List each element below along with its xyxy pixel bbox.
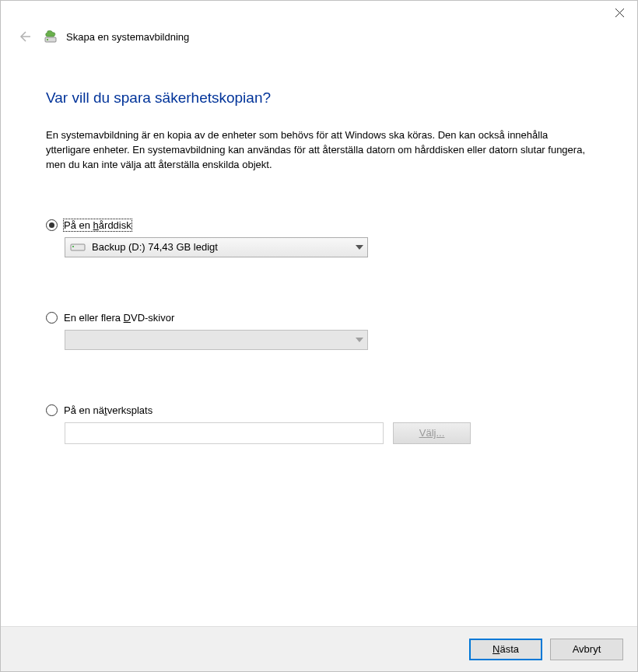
titlebar xyxy=(1,1,637,27)
page-heading: Var vill du spara säkerhetskopian? xyxy=(46,89,592,107)
radio-dvd-row[interactable]: En eller flera DVD-skivor xyxy=(46,312,592,324)
app-title: Skapa en systemavbildning xyxy=(66,31,189,43)
harddisk-dropdown[interactable]: Backup (D:) 74,43 GB ledigt xyxy=(65,237,368,257)
close-button[interactable] xyxy=(601,1,637,24)
radio-network-row[interactable]: På en nätverksplats xyxy=(46,404,592,416)
close-icon xyxy=(615,9,624,17)
option-network: På en nätverksplats Välj... xyxy=(46,404,592,444)
radio-dvd[interactable] xyxy=(46,312,58,324)
system-image-icon xyxy=(44,30,58,44)
radio-harddisk[interactable] xyxy=(46,219,58,231)
next-button[interactable]: Nästa xyxy=(469,639,542,660)
harddisk-icon xyxy=(70,242,86,253)
chevron-down-icon xyxy=(352,245,367,250)
wizard-window: Skapa en systemavbildning Var vill du sp… xyxy=(0,0,638,672)
page-description: En systemavbildning är en kopia av de en… xyxy=(46,128,591,173)
svg-rect-6 xyxy=(72,246,74,247)
content-area: Var vill du spara säkerhetskopian? En sy… xyxy=(1,52,637,626)
svg-rect-4 xyxy=(47,39,48,40)
option-harddisk: På en hårddisk Backup (D:) 74,43 GB ledi… xyxy=(46,219,592,257)
footer: Nästa Avbryt xyxy=(1,626,637,671)
option-dvd: En eller flera DVD-skivor xyxy=(46,312,592,350)
radio-harddisk-label: På en hårddisk xyxy=(64,219,131,231)
back-button[interactable] xyxy=(15,27,33,46)
harddisk-dropdown-value: Backup (D:) 74,43 GB ledigt xyxy=(90,241,352,253)
browse-button: Välj... xyxy=(393,422,471,444)
chevron-down-icon xyxy=(352,338,367,342)
radio-dvd-label: En eller flera DVD-skivor xyxy=(64,312,174,324)
radio-network[interactable] xyxy=(46,404,58,416)
back-arrow-icon xyxy=(17,30,31,44)
network-path-input xyxy=(65,422,384,444)
radio-harddisk-row[interactable]: På en hårddisk xyxy=(46,219,592,231)
dvd-dropdown xyxy=(65,330,368,350)
network-path-row: Välj... xyxy=(65,422,592,444)
header-row: Skapa en systemavbildning xyxy=(1,27,637,52)
svg-marker-8 xyxy=(356,338,363,342)
radio-network-label: På en nätverksplats xyxy=(64,404,152,416)
svg-marker-7 xyxy=(356,245,363,250)
cancel-button[interactable]: Avbryt xyxy=(550,639,623,660)
